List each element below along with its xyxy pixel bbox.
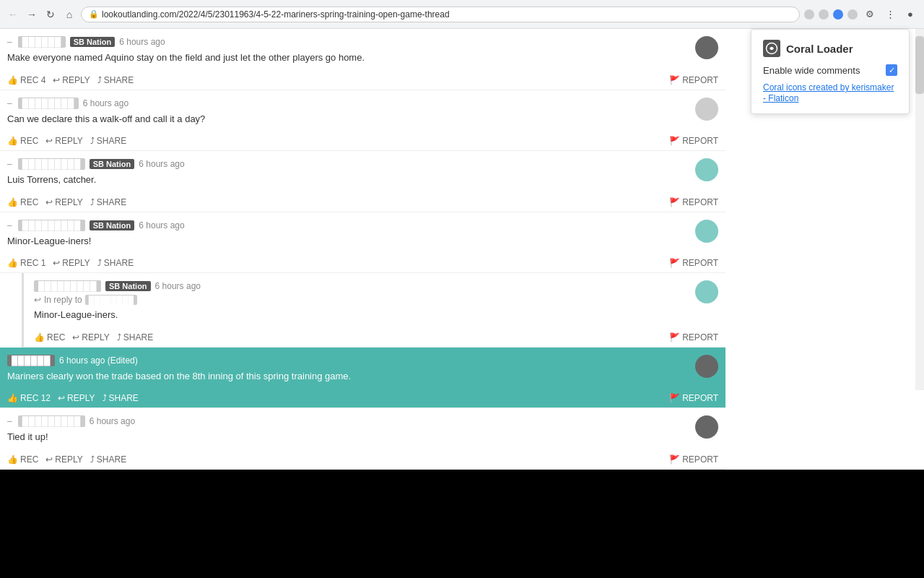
timestamp: 6 hours ago [119, 37, 165, 47]
home-button[interactable]: ⌂ [62, 7, 77, 22]
timestamp: 6 hours ago [155, 281, 201, 291]
rec-button[interactable]: 👍 REC 4 [7, 75, 45, 85]
coral-loader-option-label: Enable wide comments [763, 65, 860, 76]
timestamp: 6 hours ago (Edited) [59, 355, 138, 366]
reply-button[interactable]: ↩ REPLY [72, 332, 109, 342]
reply-button[interactable]: ↩ REPLY [53, 258, 90, 268]
username: █████████ [34, 280, 101, 292]
share-button[interactable]: ⤴ SHARE [117, 332, 153, 342]
thumbs-up-icon: 👍 [7, 136, 18, 146]
rec-label: REC [20, 197, 38, 207]
avatar [695, 220, 718, 243]
flag-icon: 🚩 [669, 454, 680, 465]
comment-header: ██████ 6 hours ago (Edited) [7, 355, 718, 366]
report-label: REPORT [682, 454, 718, 465]
in-reply-to: ↩ In reply to ████████ [34, 295, 718, 305]
collapse-button[interactable]: – [7, 220, 12, 230]
collapse-button[interactable]: – [7, 37, 12, 47]
highlighted-comment-thread: ██████ 6 hours ago (Edited) Mariners cle… [0, 348, 725, 409]
collapse-button[interactable]: – [7, 416, 12, 426]
circle-icon-1 [804, 9, 814, 20]
reply-button[interactable]: ↩ REPLY [45, 136, 82, 146]
coral-link[interactable]: Coral icons created by kerismaker - Flat… [763, 82, 894, 103]
share-icon: ⤴ [90, 136, 95, 146]
rec-button[interactable]: 👍 REC [7, 136, 38, 146]
share-icon: ⤴ [90, 454, 95, 465]
thumbs-up-icon: 👍 [34, 332, 45, 342]
timestamp: 6 hours ago [83, 98, 128, 108]
comment-thread: – ████████ 6 hours ago Can we declare th… [0, 90, 725, 152]
share-button[interactable]: ⤴ SHARE [103, 393, 139, 403]
share-icon: ⤴ [90, 197, 95, 207]
comment-actions: 👍 REC 4 ↩ REPLY ⤴ SHARE 🚩 REPORT [7, 71, 718, 90]
flag-icon: 🚩 [669, 75, 680, 85]
sbnation-badge: SB Nation [90, 220, 135, 230]
rec-button[interactable]: 👍 REC [7, 197, 38, 207]
comment-header: █████████ SB Nation 6 hours ago [34, 280, 718, 292]
share-icon: ⤴ [103, 393, 107, 403]
share-button[interactable]: ⤴ SHARE [97, 75, 134, 85]
share-button[interactable]: ⤴ SHARE [90, 197, 126, 207]
rec-button[interactable]: 👍 REC [7, 454, 38, 465]
reply-button[interactable]: ↩ REPLY [45, 197, 82, 207]
reply-arrow-icon: ↩ [34, 295, 41, 305]
circle-icon-4 [847, 9, 858, 20]
reply-label: REPLY [55, 197, 82, 207]
report-button[interactable]: 🚩 REPORT [669, 454, 718, 465]
rec-button[interactable]: 👍 REC [34, 332, 65, 342]
report-button[interactable]: 🚩 REPORT [669, 393, 718, 403]
menu-button[interactable]: ⋮ [882, 7, 898, 22]
reply-label: REPLY [82, 332, 109, 342]
avatar [695, 415, 718, 439]
comment-body: Can we declare this a walk-off and call … [7, 112, 718, 126]
share-button[interactable]: ⤴ SHARE [97, 258, 134, 268]
collapse-button[interactable]: – [7, 98, 12, 108]
comment-thread: – ██████ SB Nation 6 hours ago Make ever… [0, 29, 725, 90]
rec-button[interactable]: 👍 REC 1 [7, 258, 45, 268]
profile-button[interactable]: ● [902, 7, 918, 22]
report-button[interactable]: 🚩 REPORT [669, 197, 718, 207]
reply-icon: ↩ [45, 197, 53, 207]
avatar [695, 98, 718, 121]
share-button[interactable]: ⤴ SHARE [90, 136, 126, 146]
report-button[interactable]: 🚩 REPORT [669, 136, 718, 146]
comment-body: Mariners clearly won the trade based on … [7, 369, 718, 384]
share-label: SHARE [123, 332, 153, 342]
share-button[interactable]: ⤴ SHARE [90, 454, 126, 465]
username: ██████ [7, 355, 55, 366]
report-button[interactable]: 🚩 REPORT [669, 75, 718, 85]
address-bar[interactable]: 🔒 lookoutlanding.com/2022/4/5/23011963/4… [81, 7, 800, 22]
share-label: SHARE [97, 454, 126, 465]
comment-body: Minor-League-iners! [7, 234, 718, 249]
scrollbar-thumb[interactable] [915, 36, 924, 94]
share-label: SHARE [104, 258, 134, 268]
extensions-button[interactable]: ⚙ [862, 7, 878, 22]
sbnation-badge: SB Nation [90, 159, 135, 169]
comment-body: Luis Torrens, catcher. [7, 173, 718, 187]
flag-icon: 🚩 [669, 136, 680, 146]
reply-button[interactable]: ↩ REPLY [58, 393, 95, 403]
reply-button[interactable]: ↩ REPLY [45, 454, 82, 465]
comment-actions: 👍 REC 12 ↩ REPLY ⤴ SHARE 🚩 REPORT [7, 389, 718, 407]
collapse-button[interactable]: – [7, 159, 12, 169]
rec-button[interactable]: 👍 REC 12 [7, 393, 51, 403]
avatar [695, 36, 718, 59]
reply-icon: ↩ [58, 393, 65, 403]
refresh-button[interactable]: ↻ [43, 7, 58, 22]
report-button[interactable]: 🚩 REPORT [669, 332, 718, 342]
avatar [695, 158, 718, 181]
comment-body: Minor-League-iners. [34, 308, 718, 322]
coral-loader-title: Coral Loader [786, 43, 853, 55]
report-label: REPORT [682, 197, 718, 207]
forward-button[interactable]: → [25, 7, 39, 22]
reply-button[interactable]: ↩ REPLY [53, 75, 90, 85]
comment-body: Tied it up! [7, 430, 718, 444]
coral-checkbox[interactable]: ✓ [886, 64, 897, 76]
back-button[interactable]: ← [6, 7, 20, 22]
thumbs-up-icon: 👍 [7, 197, 18, 207]
comment-actions: 👍 REC ↩ REPLY ⤴ SHARE 🚩 REPORT [7, 450, 718, 469]
comment-actions: 👍 REC ↩ REPLY ⤴ SHARE 🚩 REPORT [34, 328, 718, 347]
rec-label: REC [20, 136, 38, 146]
reply-label: REPLY [55, 454, 82, 465]
report-button[interactable]: 🚩 REPORT [669, 258, 718, 268]
